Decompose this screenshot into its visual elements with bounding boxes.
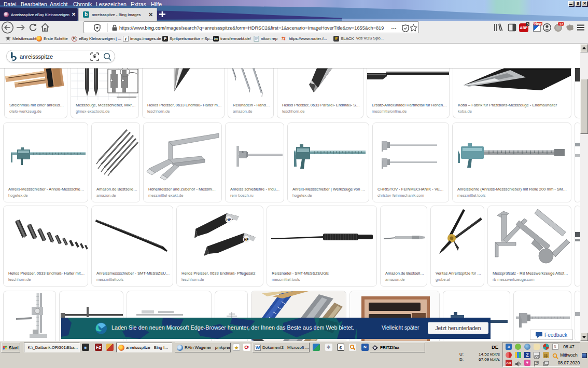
svg-text:HP: HP [226,218,231,222]
svg-text:HP: HP [244,238,249,241]
